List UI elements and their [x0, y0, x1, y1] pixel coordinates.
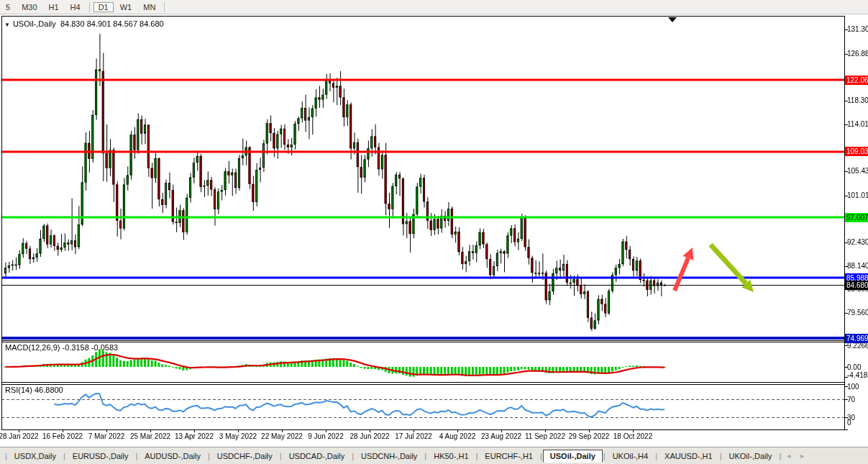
date-label: 17 Jul 2022 [395, 432, 432, 440]
timeframe-button-h4[interactable]: H4 [65, 2, 86, 12]
chart-ohlc-label: 84.830 84.901 84.567 84.680 [60, 19, 164, 28]
rsi-indicator-label: RSI(14) 46.8800 [5, 386, 63, 394]
symbol-tab-usdchf-daily[interactable]: USDCHF-,Daily [211, 450, 279, 463]
symbol-tabbar: |USDX,Daily|EURUSD-,Daily|AUDUSD-,Daily|… [0, 447, 868, 464]
tab-separator: | [603, 452, 606, 460]
toolbar-separator [89, 2, 90, 12]
tab-separator: | [280, 452, 282, 460]
price-line-label: 97.007 [845, 213, 868, 222]
timeframe-button-w1[interactable]: W1 [115, 2, 137, 12]
date-label: 4 Aug 2022 [439, 432, 476, 440]
date-label: 16 Feb 2022 [42, 432, 83, 440]
date-label: 18 Oct 2022 [613, 432, 652, 440]
timeframe-button-mn[interactable]: MN [138, 2, 160, 12]
symbol-tab-usdcad-daily[interactable]: USDCAD-,Daily [283, 450, 352, 463]
date-label: 9 Jun 2022 [308, 432, 344, 440]
date-label: 7 Mar 2022 [88, 432, 125, 440]
date-label: 22 May 2022 [261, 432, 303, 440]
rsi-name: RSI(14) [5, 386, 32, 394]
rsi-tick-label: 0 [847, 419, 868, 427]
chart-symbol-label: USOil-,Daily [13, 19, 56, 28]
symbol-tab-usoil-daily[interactable]: USOil-,Daily [543, 450, 603, 463]
symbol-tab-xauusd-h1[interactable]: XAUUSD-,H1 [658, 450, 719, 463]
timeframe-toolbar: 5M30H1H4D1W1MN [0, 0, 868, 14]
tab-separator: | [352, 452, 354, 460]
tab-separator: | [476, 452, 478, 460]
date-label: 28 Jun 2022 [350, 432, 389, 440]
rsi-value: 46.8800 [35, 386, 63, 394]
tab-separator: | [63, 452, 65, 460]
tab-separator: | [424, 452, 426, 460]
tab-separator: | [655, 452, 657, 460]
tab-separator: | [779, 452, 781, 460]
chart-title: ▼USOil-,Daily 84.830 84.901 84.567 84.68… [4, 19, 164, 28]
symbol-tab-ukoil-daily[interactable]: UKOil-,Daily [723, 450, 779, 463]
timeframe-button-h1[interactable]: H1 [44, 2, 64, 12]
price-tick-label: 101.010 [847, 191, 868, 200]
price-tick-label: 118.300 [847, 96, 868, 105]
timeframe-button-m30[interactable]: M30 [17, 2, 42, 12]
macd-name: MACD(12,26,9) [5, 343, 60, 352]
date-label: 25 Mar 2022 [130, 432, 170, 440]
price-line-label: 109.036 [845, 147, 868, 156]
toolbar-separator [164, 2, 165, 12]
date-label: 3 May 2022 [219, 432, 257, 440]
symbol-tab-eurchf-h1[interactable]: EURCHF-,H1 [478, 450, 539, 463]
mt4-window: 5M30H1H4D1W1MN ▼USOil-,Daily 84.830 84.9… [0, 0, 868, 464]
date-label: 13 Apr 2022 [175, 432, 214, 440]
price-tick-label: 131.300 [847, 25, 868, 34]
tab-separator: | [208, 452, 210, 460]
symbol-tab-usdcnh-daily[interactable]: USDCNH-,Daily [355, 450, 424, 463]
rsi-tick-label: 70 [847, 396, 868, 404]
timeframe-button-d1[interactable]: D1 [93, 2, 114, 12]
tab-scroll-right-icon[interactable]: ► [799, 452, 805, 460]
symbol-tab-hk50-h1[interactable]: HK50-,H1 [427, 450, 475, 463]
tab-separator: | [5, 452, 7, 460]
macd-indicator-label: MACD(12,26,9) -0.3158 -0.0583 [5, 343, 118, 352]
price-line-label: 74.969 [845, 334, 868, 343]
price-tick-label: 92.430 [847, 238, 868, 247]
rsi-tick-label: 100 [847, 383, 868, 391]
date-label: 28 Jan 2022 [0, 432, 39, 440]
price-line-label: 84.680 [845, 281, 868, 290]
tab-separator: | [135, 452, 137, 460]
tab-separator: | [720, 452, 722, 460]
price-tick-label: 114.010 [847, 120, 868, 129]
timeframe-button-5[interactable]: 5 [1, 2, 15, 12]
macd-values: -0.3158 -0.0583 [62, 343, 118, 352]
macd-tick-label: -4.4188 [847, 371, 868, 380]
price-tick-label: 126.880 [847, 50, 868, 58]
date-label: 11 Sep 2022 [525, 432, 565, 440]
tab-separator: | [540, 452, 542, 460]
date-label: 23 Aug 2022 [481, 432, 521, 440]
price-tick-label: 79.560 [847, 309, 868, 317]
price-tick-label: 88.140 [847, 262, 868, 270]
tab-scroll-left-icon[interactable]: ◄ [785, 452, 792, 460]
symbol-tab-ukoil-h4[interactable]: UKOil-,H4 [606, 450, 655, 463]
chart-canvas[interactable] [0, 0, 868, 464]
symbol-tab-usdx-daily[interactable]: USDX,Daily [8, 450, 63, 463]
symbol-tab-eurusd-daily[interactable]: EURUSD-,Daily [66, 450, 135, 463]
macd-tick-label: 9.2266 [847, 342, 868, 350]
price-tick-label: 105.430 [847, 167, 868, 176]
symbol-tab-audusd-daily[interactable]: AUDUSD-,Daily [138, 450, 207, 463]
collapse-indicator-icon[interactable]: ▼ [4, 22, 10, 28]
date-label: 29 Sep 2022 [569, 432, 610, 440]
price-line-label: 122.066 [845, 76, 868, 85]
